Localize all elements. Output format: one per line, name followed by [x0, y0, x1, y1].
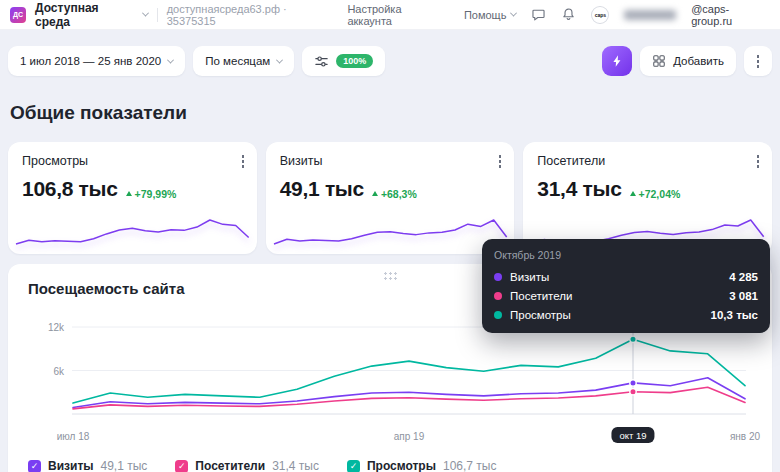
add-button-label: Добавить — [673, 55, 724, 67]
legend-value: 31,4 тыс — [272, 459, 319, 472]
drag-handle-icon[interactable] — [383, 271, 397, 280]
kebab-menu-icon[interactable] — [756, 154, 760, 169]
metric-card-title: Просмотры — [22, 154, 243, 168]
tooltip-label: Просмотры — [510, 309, 571, 321]
metric-value: 31,4 тыс — [537, 177, 621, 201]
account-settings-link[interactable]: Настройка аккаунта — [347, 3, 449, 27]
legend-item-views[interactable]: Просмотры 106,7 тыс — [347, 459, 497, 472]
x-axis: июл 18апр 19окт 19янв 20 — [72, 427, 746, 447]
tooltip-row: Просмотры 10,3 тыс — [494, 305, 758, 324]
legend-item-visits[interactable]: Визиты 49,1 тыс — [28, 459, 147, 472]
quick-actions-button[interactable] — [602, 46, 632, 76]
notifications-bell-icon[interactable] — [561, 7, 576, 22]
delta-percent: +72,04% — [639, 188, 681, 200]
grouping-label: По месяцам — [205, 55, 270, 67]
chevron-down-icon — [142, 10, 149, 17]
tooltip-value: 4 285 — [729, 271, 758, 283]
y-axis-label: 12k — [48, 322, 64, 333]
counter-meta: доступнаясреда63.рф · 35375315 — [167, 3, 339, 27]
user-name-blurred — [624, 10, 676, 20]
legend-label: Посетители — [195, 459, 265, 472]
metric-value-row: 106,8 тыс +79,99% — [22, 177, 243, 201]
triangle-up-icon — [372, 191, 378, 196]
counter-logo: ДС — [10, 7, 26, 23]
legend-item-visitors[interactable]: Посетители 31,4 тыс — [175, 459, 319, 472]
grouping-select[interactable]: По месяцам — [193, 46, 294, 76]
widgets-grid-icon — [652, 54, 666, 68]
checkbox-checked[interactable] — [347, 460, 360, 472]
metric-delta: +79,99% — [126, 188, 177, 200]
legend-label: Визиты — [48, 459, 94, 472]
more-options-button[interactable] — [744, 46, 772, 76]
x-axis-label-highlighted: окт 19 — [611, 427, 654, 443]
series-dot-icon — [494, 292, 502, 300]
series-dot-icon — [494, 273, 502, 281]
add-widget-button[interactable]: Добавить — [640, 46, 736, 76]
metric-delta: +72,04% — [630, 188, 681, 200]
tooltip-row: Посетители 3 081 — [494, 286, 758, 305]
sliders-icon — [314, 54, 329, 69]
tooltip-value: 3 081 — [729, 290, 758, 302]
toolbar: 1 июл 2018 — 25 янв 2020 По месяцам 100%… — [8, 46, 772, 76]
metric-value: 106,8 тыс — [22, 177, 118, 201]
sampling-settings-button[interactable]: 100% — [302, 46, 385, 76]
counter-switcher[interactable]: Доступная среда — [35, 1, 148, 29]
topbar-right: Настройка аккаунта Помощь caps @caps-gro… — [347, 3, 770, 27]
help-label: Помощь — [464, 9, 507, 21]
tooltip-title: Октябрь 2019 — [494, 249, 758, 261]
chat-icon[interactable] — [531, 7, 546, 22]
chevron-down-icon — [510, 10, 517, 17]
x-axis-label: апр 19 — [394, 431, 424, 442]
chevron-down-icon — [276, 56, 283, 63]
y-axis-label: 6k — [53, 365, 64, 376]
page-title: Общие показатели — [10, 102, 780, 124]
series-dot-icon — [494, 311, 502, 319]
sampling-badge: 100% — [336, 54, 373, 68]
legend-label: Просмотры — [367, 459, 436, 472]
avatar[interactable]: caps — [591, 6, 609, 24]
help-menu[interactable]: Помощь — [464, 9, 517, 21]
divider — [157, 8, 158, 22]
top-bar: ДС Доступная среда доступнаясреда63.рф ·… — [0, 0, 780, 30]
metric-card-title: Посетители — [537, 154, 758, 168]
user-email-domain: @caps-group.ru — [691, 3, 770, 27]
date-range-picker[interactable]: 1 июл 2018 — 25 янв 2020 — [8, 46, 185, 76]
metric-delta: +68,3% — [372, 188, 417, 200]
metric-card-title: Визиты — [280, 154, 501, 168]
triangle-up-icon — [630, 191, 636, 196]
sparkline — [274, 214, 507, 248]
kebab-menu-icon[interactable] — [498, 154, 502, 169]
legend-value: 49,1 тыс — [101, 459, 148, 472]
legend-value: 106,7 тыс — [443, 459, 496, 472]
chart-tooltip: Октябрь 2019 Визиты 4 285 Посетители 3 0… — [482, 239, 770, 333]
kebab-menu-icon[interactable] — [241, 154, 245, 169]
tooltip-label: Визиты — [510, 271, 549, 283]
metric-card-views: Просмотры 106,8 тыс +79,99% — [8, 142, 257, 254]
triangle-up-icon — [126, 191, 132, 196]
metric-cards-row: Просмотры 106,8 тыс +79,99% Визиты 49,1 … — [8, 142, 772, 254]
checkbox-checked[interactable] — [175, 460, 188, 472]
metric-value-row: 31,4 тыс +72,04% — [537, 177, 758, 201]
kebab-menu-icon — [756, 54, 760, 69]
delta-percent: +79,99% — [135, 188, 177, 200]
checkbox-checked[interactable] — [28, 460, 41, 472]
chart-canvas[interactable] — [72, 321, 746, 421]
metric-card-visits: Визиты 49,1 тыс +68,3% — [266, 142, 515, 254]
date-range-label: 1 июл 2018 — 25 янв 2020 — [20, 55, 161, 67]
metric-value: 49,1 тыс — [280, 177, 364, 201]
x-axis-label: июл 18 — [57, 431, 90, 442]
chart-legend: Визиты 49,1 тыс Посетители 31,4 тыс Прос… — [28, 459, 752, 472]
delta-percent: +68,3% — [381, 188, 417, 200]
sparkline — [16, 214, 249, 248]
metric-value-row: 49,1 тыс +68,3% — [280, 177, 501, 201]
line-chart[interactable]: 6k12k — [72, 321, 746, 421]
lightning-icon — [610, 54, 624, 68]
metric-card-visitors: Посетители 31,4 тыс +72,04% — [523, 142, 772, 254]
counter-name-label: Доступная среда — [35, 1, 137, 29]
tooltip-label: Посетители — [510, 290, 572, 302]
tooltip-value: 10,3 тыс — [711, 309, 758, 321]
x-axis-label: янв 20 — [730, 431, 760, 442]
tooltip-row: Визиты 4 285 — [494, 267, 758, 286]
chevron-down-icon — [167, 56, 174, 63]
